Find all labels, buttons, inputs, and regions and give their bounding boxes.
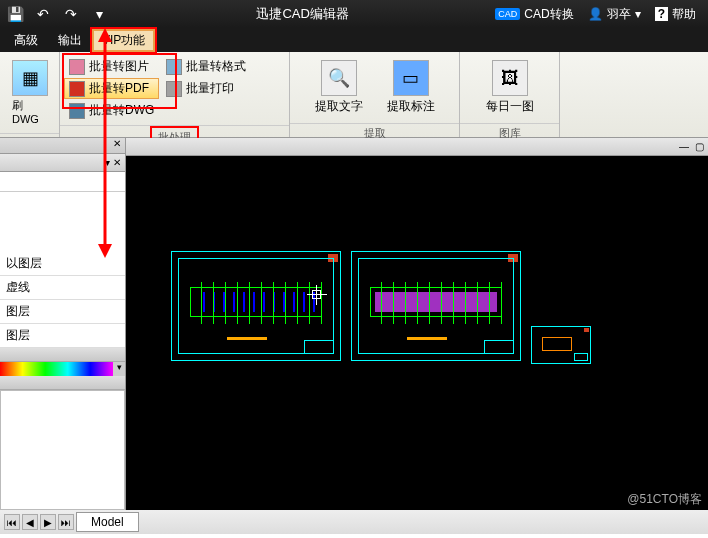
- watermark: @51CTO博客: [627, 491, 702, 508]
- ribbon: ▦ 刷DWG 批量转图片 批量转PDF 批量转DWG: [0, 52, 708, 138]
- batch-to-image-button[interactable]: 批量转图片: [64, 56, 159, 77]
- canvas-wrap: — ▢: [126, 138, 708, 510]
- drawing-frame-2: [351, 251, 521, 361]
- batch-format-button[interactable]: 批量转格式: [161, 56, 251, 77]
- tabbar: ⏮ ◀ ▶ ⏭ Model: [0, 510, 708, 534]
- format-icon: [166, 59, 182, 75]
- batch-to-pdf-button[interactable]: 批量转PDF: [64, 78, 159, 99]
- model-tab[interactable]: Model: [76, 512, 139, 532]
- app-title: 迅捷CAD编辑器: [114, 5, 491, 23]
- layer-item[interactable]: 虚线: [0, 276, 125, 300]
- sidebar-close[interactable]: ✕: [0, 138, 125, 154]
- content-area: ✕ ▾ ✕ 以图层 虚线 图层 图层 ▾ — ▢: [0, 138, 708, 510]
- drawing-canvas[interactable]: [126, 156, 708, 510]
- panel-header: ▾ ✕: [0, 154, 125, 172]
- redo-icon[interactable]: ↷: [60, 3, 82, 25]
- tab-prev-icon[interactable]: ◀: [22, 514, 38, 530]
- ribbon-group-batch: 批量转图片 批量转PDF 批量转DWG 批量转格式 批量打印: [60, 52, 290, 137]
- menu-advanced[interactable]: 高级: [4, 29, 48, 52]
- cursor-crosshair: [307, 285, 327, 305]
- undo-icon[interactable]: ↶: [32, 3, 54, 25]
- layer-item[interactable]: 图层: [0, 324, 125, 348]
- menu-vip[interactable]: VIP功能: [92, 29, 155, 52]
- sidebar: ✕ ▾ ✕ 以图层 虚线 图层 图层 ▾: [0, 138, 126, 510]
- extract-annotation-button[interactable]: ▭ 提取标注: [376, 56, 446, 119]
- user-link[interactable]: 👤 羽卒 ▾: [584, 4, 645, 25]
- print-icon: [166, 81, 182, 97]
- minimize-icon[interactable]: —: [679, 141, 689, 152]
- ribbon-group-extract: 🔍 提取文字 ▭ 提取标注 提取: [290, 52, 460, 137]
- layer-list: 以图层 虚线 图层 图层: [0, 252, 125, 348]
- batch-print-button[interactable]: 批量打印: [161, 78, 251, 99]
- panel-area: [0, 390, 125, 510]
- layer-item[interactable]: 以图层: [0, 252, 125, 276]
- cad-convert-link[interactable]: CAD CAD转换: [491, 4, 577, 25]
- ribbon-group-gallery: 🖼 每日一图 图库: [460, 52, 560, 137]
- dropdown-icon[interactable]: ▾: [88, 3, 110, 25]
- canvas-toolbar: — ▢: [126, 138, 708, 156]
- daily-image-button[interactable]: 🖼 每日一图: [475, 56, 545, 119]
- titlebar: 💾 ↶ ↷ ▾ 迅捷CAD编辑器 CAD CAD转换 👤 羽卒 ▾ ? 帮助: [0, 0, 708, 28]
- extract-text-button[interactable]: 🔍 提取文字: [304, 56, 374, 119]
- drawing-frame-3: [531, 326, 591, 364]
- dwg-icon: [69, 103, 85, 119]
- ribbon-group-dwg: ▦ 刷DWG: [0, 52, 60, 137]
- user-icon: 👤: [588, 7, 603, 21]
- tab-next-icon[interactable]: ▶: [40, 514, 56, 530]
- save-icon[interactable]: 💾: [4, 3, 26, 25]
- maximize-icon[interactable]: ▢: [695, 141, 704, 152]
- menu-output[interactable]: 输出: [48, 29, 92, 52]
- refresh-dwg-button[interactable]: ▦ 刷DWG: [4, 56, 56, 129]
- drawing-frame-1: [171, 251, 341, 361]
- batch-to-dwg-button[interactable]: 批量转DWG: [64, 100, 159, 121]
- layer-item[interactable]: 图层: [0, 300, 125, 324]
- pdf-icon: [69, 81, 85, 97]
- tab-first-icon[interactable]: ⏮: [4, 514, 20, 530]
- image-icon: [69, 59, 85, 75]
- help-link[interactable]: ? 帮助: [651, 4, 700, 25]
- tab-last-icon[interactable]: ⏭: [58, 514, 74, 530]
- panel-dropdown[interactable]: [0, 172, 125, 192]
- menubar: 高级 输出 VIP功能: [0, 28, 708, 52]
- chevron-down-icon: ▾: [635, 7, 641, 21]
